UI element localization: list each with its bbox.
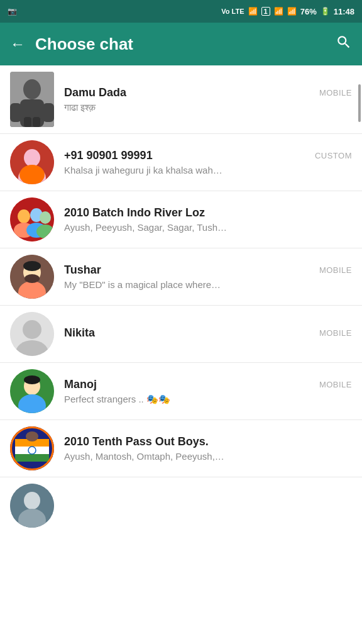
svg-rect-3 [10, 103, 21, 122]
back-button[interactable]: ← [10, 35, 25, 53]
svg-point-29 [24, 375, 40, 384]
svg-point-21 [25, 274, 40, 283]
contact-item-manoj[interactable]: Manoj MOBILE Perfect strangers .. 🎭🎭 [0, 363, 362, 420]
contact-item-damu-dada[interactable]: Damu Dada MOBILE गाढा इश्क़ [0, 65, 362, 134]
contact-item-tushar[interactable]: Tushar MOBILE My "BED" is a magical plac… [0, 248, 362, 306]
contact-status-tenth-pass: Ayush, Mantosh, Omtaph, Peeyush,… [64, 451, 224, 462]
svg-point-8 [24, 149, 40, 167]
contact-list-container: Damu Dada MOBILE गाढा इश्क़ +91 90901 [0, 65, 362, 534]
name-row-nikita: Nikita MOBILE [64, 326, 352, 340]
contact-info-tushar: Tushar MOBILE My "BED" is a magical plac… [64, 264, 352, 291]
status-bar: 📷 Vo LTE 📶 1 📶 📶 76% 🔋 11:48 [0, 0, 362, 23]
svg-point-16 [40, 211, 51, 224]
scrollbar-track[interactable] [358, 65, 361, 534]
svg-rect-2 [20, 99, 44, 127]
svg-point-1 [23, 79, 41, 99]
contact-item-unknown[interactable]: +91 90901 99991 CUSTOM Khalsa ji wahegur… [0, 134, 362, 191]
contact-status-manoj: Perfect strangers .. 🎭🎭 [64, 394, 170, 404]
contact-name-nikita: Nikita [64, 326, 95, 340]
scrollbar-thumb[interactable] [358, 84, 361, 122]
contact-type-nikita: MOBILE [319, 328, 352, 338]
contact-item-nikita[interactable]: Nikita MOBILE [0, 306, 362, 363]
contact-status-unknown: Khalsa ji waheguru ji ka khalsa wah… [64, 165, 222, 175]
svg-point-38 [24, 492, 40, 509]
signal-icon-1: 📶 [274, 7, 283, 16]
avatar-damu-dada [10, 72, 54, 127]
contact-name-damu-dada: Damu Dada [64, 86, 126, 99]
name-row-manoj: Manoj MOBILE [64, 378, 352, 391]
volte-indicator: Vo LTE [221, 8, 244, 15]
svg-rect-4 [43, 103, 54, 122]
contact-status-batch2010: Ayush, Peeyush, Sagar, Sagar, Tush… [64, 222, 227, 233]
contact-list: Damu Dada MOBILE गाढा इश्क़ +91 90901 [0, 65, 362, 534]
svg-point-36 [26, 431, 38, 441]
contact-info-tenth-pass: 2010 Tenth Pass Out Boys. Ayush, Mantosh… [64, 435, 352, 462]
avatar-batch2010 [10, 197, 54, 242]
name-row-batch2010: 2010 Batch Indo River Loz [64, 206, 352, 219]
header: ← Choose chat [0, 23, 362, 65]
svg-point-24 [23, 320, 41, 339]
contact-item-batch2010[interactable]: 2010 Batch Indo River Loz Ayush, Peeyush… [0, 191, 362, 248]
contact-info-unknown: +91 90901 99991 CUSTOM Khalsa ji wahegur… [64, 149, 352, 176]
avatar-unknown [10, 140, 54, 184]
svg-point-10 [19, 165, 45, 184]
sim-indicator: 1 [261, 7, 270, 16]
page-title: Choose chat [35, 35, 326, 54]
camera-icon: 📷 [8, 7, 17, 16]
avatar-partial [10, 484, 54, 528]
contact-name-manoj: Manoj [64, 378, 97, 391]
contact-type-damu-dada: MOBILE [319, 88, 352, 97]
contact-type-tushar: MOBILE [319, 265, 352, 275]
name-row-unknown: +91 90901 99991 CUSTOM [64, 149, 352, 162]
contact-name-tenth-pass: 2010 Tenth Pass Out Boys. [64, 435, 209, 448]
svg-rect-32 [15, 447, 49, 454]
svg-point-12 [18, 209, 30, 223]
contact-type-manoj: MOBILE [319, 380, 352, 389]
battery-icon: 🔋 [321, 7, 330, 16]
contact-name-tushar: Tushar [64, 264, 101, 277]
svg-point-17 [36, 225, 54, 238]
svg-rect-33 [15, 454, 49, 462]
signal-icon-2: 📶 [287, 7, 297, 16]
battery-indicator: 76% [300, 7, 317, 16]
contact-item-tenth-pass[interactable]: 2010 Tenth Pass Out Boys. Ayush, Mantosh… [0, 420, 362, 477]
wifi-icon: 📶 [248, 7, 258, 16]
search-button[interactable] [336, 34, 352, 54]
contact-item-partial[interactable] [0, 477, 362, 534]
contact-info-manoj: Manoj MOBILE Perfect strangers .. 🎭🎭 [64, 378, 352, 405]
name-row-damu-dada: Damu Dada MOBILE [64, 86, 352, 99]
svg-rect-5 [24, 117, 31, 127]
avatar-tenth-pass [10, 426, 54, 470]
contact-name-batch2010: 2010 Batch Indo River Loz [64, 206, 205, 219]
contact-name-unknown: +91 90901 99991 [64, 149, 153, 162]
time-display: 11:48 [334, 7, 354, 16]
contact-status-tushar: My "BED" is a magical place where… [64, 279, 221, 290]
svg-rect-6 [33, 117, 40, 127]
avatar-manoj [10, 369, 54, 413]
name-row-tushar: Tushar MOBILE [64, 264, 352, 277]
svg-point-22 [23, 261, 41, 271]
contact-info-damu-dada: Damu Dada MOBILE गाढा इश्क़ [64, 86, 352, 113]
name-row-tenth-pass: 2010 Tenth Pass Out Boys. [64, 435, 352, 448]
contact-type-unknown: CUSTOM [315, 151, 352, 160]
contact-info-batch2010: 2010 Batch Indo River Loz Ayush, Peeyush… [64, 206, 352, 233]
avatar-tushar [10, 255, 54, 299]
contact-status-damu-dada: गाढा इश्क़ [64, 102, 96, 113]
contact-info-nikita: Nikita MOBILE [64, 326, 352, 342]
avatar-nikita [10, 312, 54, 356]
